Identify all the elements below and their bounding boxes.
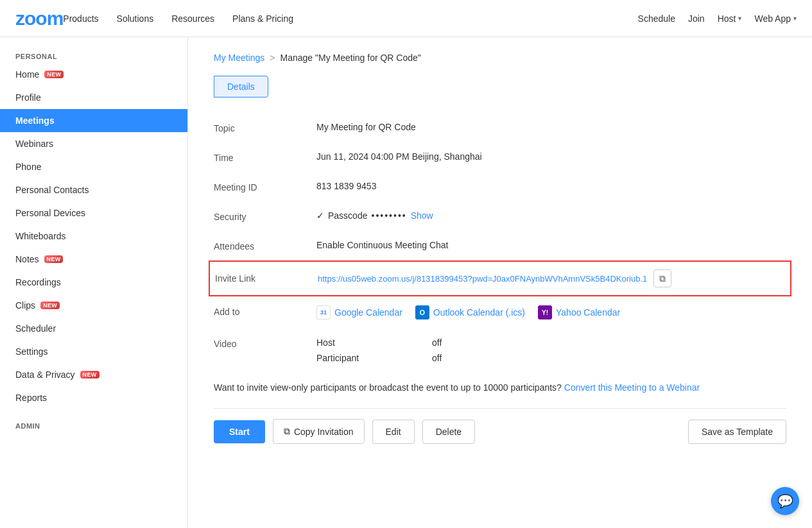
sidebar-item-notes-label: Notes: [15, 254, 39, 264]
show-passcode-link[interactable]: Show: [411, 210, 433, 221]
video-label: Video: [214, 337, 316, 349]
nav-products[interactable]: Products: [63, 13, 98, 24]
nav-solutions[interactable]: Solutions: [117, 13, 154, 24]
sidebar-item-clips[interactable]: Clips NEW: [0, 294, 187, 317]
video-host-value: off: [432, 337, 442, 348]
topic-value: My Meeting for QR Code: [316, 122, 786, 132]
host-link[interactable]: Host ▾: [718, 13, 742, 24]
passcode-label: Passcode: [328, 210, 367, 221]
detail-row-invite-link: Invite Link https://us05web.zoom.us/j/81…: [209, 260, 791, 296]
meeting-id-value: 813 1839 9453: [316, 181, 786, 191]
start-button[interactable]: Start: [214, 420, 265, 443]
security-checkmark: ✓: [316, 210, 324, 221]
detail-row-time: Time Jun 11, 2024 04:00 PM Beijing, Shan…: [214, 142, 786, 172]
host-chevron-icon: ▾: [738, 15, 741, 22]
header-actions: Schedule Join Host ▾ Web App ▾: [638, 13, 797, 24]
sidebar-item-personal-devices[interactable]: Personal Devices: [0, 201, 187, 225]
sidebar-item-reports[interactable]: Reports: [0, 386, 187, 409]
attendees-label: Attendees: [214, 240, 316, 251]
sidebar-admin-label: ADMIN: [0, 417, 187, 432]
calendar-links: 31 Google Calendar O Outlook Calendar (.…: [316, 305, 786, 319]
yahoo-calendar-link[interactable]: Y! Yahoo Calendar: [538, 305, 620, 319]
attendees-value: Enable Continuous Meeting Chat: [316, 240, 786, 250]
notes-new-badge: NEW: [44, 255, 64, 263]
time-label: Time: [214, 151, 316, 163]
webinar-notice: Want to invite view-only participants or…: [214, 372, 786, 403]
google-calendar-label: Google Calendar: [334, 307, 402, 318]
delete-button[interactable]: Delete: [422, 420, 475, 444]
outlook-calendar-label: Outlook Calendar (.ics): [433, 307, 525, 318]
sidebar-item-whiteboards[interactable]: Whiteboards: [0, 225, 187, 248]
breadcrumb-separator: >: [270, 53, 275, 63]
nav-resources[interactable]: Resources: [171, 13, 214, 24]
sidebar-item-recordings[interactable]: Recordings: [0, 271, 187, 294]
sidebar-item-profile-label: Profile: [15, 92, 41, 103]
clips-new-badge: NEW: [40, 302, 60, 309]
invite-link-url[interactable]: https://us05web.zoom.us/j/81318399453?pw…: [318, 274, 647, 284]
breadcrumb-parent[interactable]: My Meetings: [214, 53, 264, 63]
detail-row-meeting-id: Meeting ID 813 1839 9453: [214, 172, 786, 201]
webinar-notice-text: Want to invite view-only participants or…: [214, 382, 562, 393]
sidebar-item-settings[interactable]: Settings: [0, 340, 187, 363]
tabs: Details: [214, 76, 786, 98]
nav-plans-pricing[interactable]: Plans & Pricing: [232, 13, 293, 24]
sidebar-item-whiteboards-label: Whiteboards: [15, 231, 66, 241]
sidebar-item-scheduler-label: Scheduler: [15, 323, 56, 334]
sidebar-item-phone-label: Phone: [15, 162, 41, 172]
webinar-convert-link[interactable]: Convert this Meeting to a Webinar: [564, 382, 700, 393]
sidebar-item-home[interactable]: Home NEW: [0, 63, 187, 86]
yahoo-calendar-icon: Y!: [538, 305, 552, 319]
header: zoom Products Solutions Resources Plans …: [0, 0, 812, 37]
sidebar-item-meetings[interactable]: Meetings: [0, 109, 187, 132]
detail-row-security: Security ✓ Passcode •••••••• Show: [214, 201, 786, 231]
sidebar-personal-label: PERSONAL: [0, 47, 187, 63]
schedule-link[interactable]: Schedule: [638, 13, 675, 24]
security-value: ✓ Passcode •••••••• Show: [316, 210, 786, 221]
breadcrumb-current: Manage "My Meeting for QR Code": [281, 53, 421, 63]
join-link[interactable]: Join: [688, 13, 705, 24]
detail-row-attendees: Attendees Enable Continuous Meeting Chat: [214, 231, 786, 260]
main-content: My Meetings > Manage "My Meeting for QR …: [188, 37, 812, 528]
sidebar-item-personal-contacts-label: Personal Contacts: [15, 185, 89, 195]
detail-row-video: Video Host off Participant off: [214, 328, 786, 372]
sidebar-item-notes[interactable]: Notes NEW: [0, 248, 187, 271]
home-new-badge: NEW: [44, 71, 64, 78]
sidebar-item-home-label: Home: [15, 69, 39, 80]
edit-button[interactable]: Edit: [372, 420, 415, 444]
layout: PERSONAL Home NEW Profile Meetings Webin…: [0, 37, 812, 528]
add-to-value: 31 Google Calendar O Outlook Calendar (.…: [316, 305, 786, 319]
sidebar-item-clips-label: Clips: [15, 300, 35, 311]
save-template-button[interactable]: Save as Template: [688, 420, 786, 444]
sidebar-item-webinars-label: Webinars: [15, 139, 53, 149]
detail-row-add-to: Add to 31 Google Calendar O: [214, 296, 786, 328]
sidebar-item-webinars[interactable]: Webinars: [0, 132, 187, 155]
outlook-calendar-link[interactable]: O Outlook Calendar (.ics): [415, 305, 525, 319]
copy-invitation-button[interactable]: ⧉ Copy Invitation: [273, 419, 365, 444]
security-content: ✓ Passcode •••••••• Show: [316, 210, 786, 221]
passcode-dots: ••••••••: [371, 210, 406, 221]
sidebar-item-data-privacy[interactable]: Data & Privacy NEW: [0, 363, 187, 386]
add-to-label: Add to: [214, 305, 316, 317]
chat-button[interactable]: 💬: [771, 487, 799, 515]
sidebar-item-personal-contacts[interactable]: Personal Contacts: [0, 178, 187, 201]
data-privacy-new-badge: NEW: [80, 371, 99, 379]
sidebar-item-phone[interactable]: Phone: [0, 155, 187, 178]
sidebar-item-profile[interactable]: Profile: [0, 86, 187, 109]
video-participant-value: off: [432, 353, 442, 363]
yahoo-calendar-label: Yahoo Calendar: [556, 307, 620, 318]
logo[interactable]: zoom: [15, 9, 63, 28]
copy-invitation-icon: ⧉: [284, 426, 290, 437]
footer-buttons: Start ⧉ Copy Invitation Edit Delete Save…: [214, 408, 786, 454]
webapp-link[interactable]: Web App ▾: [754, 13, 797, 24]
sidebar-item-reports-label: Reports: [15, 393, 47, 403]
topic-label: Topic: [214, 122, 316, 133]
tab-details[interactable]: Details: [214, 76, 268, 98]
detail-row-topic: Topic My Meeting for QR Code: [214, 113, 786, 142]
video-participant-row: Participant off: [316, 353, 442, 363]
meeting-id-label: Meeting ID: [214, 181, 316, 192]
sidebar: PERSONAL Home NEW Profile Meetings Webin…: [0, 37, 188, 528]
copy-link-button[interactable]: ⧉: [653, 269, 671, 287]
webapp-chevron-icon: ▾: [793, 15, 797, 22]
google-calendar-link[interactable]: 31 Google Calendar: [316, 305, 402, 319]
sidebar-item-scheduler[interactable]: Scheduler: [0, 317, 187, 340]
